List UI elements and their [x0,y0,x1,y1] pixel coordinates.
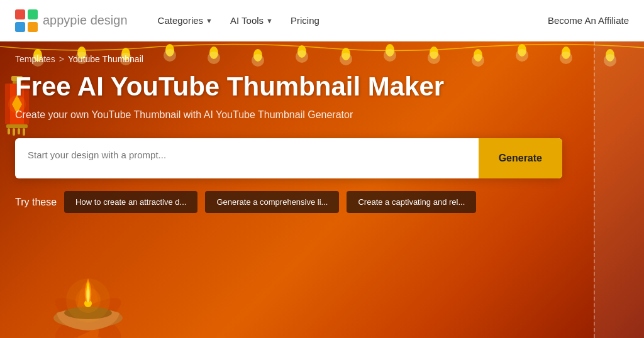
svg-rect-1 [28,9,38,19]
hero-subtitle: Create your own YouTube Thumbnail with A… [15,109,579,121]
nav-ai-tools[interactable]: AI Tools ▼ [230,15,273,26]
ai-tools-arrow-icon: ▼ [266,17,273,25]
nav-links: Categories ▼ AI Tools ▼ Pricing [158,15,319,26]
breadcrumb-separator: > [59,54,64,64]
svg-rect-0 [15,9,25,19]
svg-point-52 [66,278,110,322]
prompt-input[interactable] [15,138,479,178]
right-preview-panel [594,41,644,338]
hero-title: Free AI YouTube Thumbnail Maker [15,72,579,102]
svg-point-48 [53,308,123,328]
try-chip-2[interactable]: Create a captivating and rel... [347,191,476,213]
try-chip-1[interactable]: Generate a comprehensive li... [205,191,339,213]
breadcrumb-parent[interactable]: Templates [15,54,55,64]
search-bar: Generate [15,138,562,178]
try-chip-0[interactable]: How to create an attractive d... [64,191,197,213]
svg-point-44 [50,290,126,338]
hero-section: Templates > Youtube Thumbnail Free AI Yo… [0,41,644,338]
hero-content: Templates > Youtube Thumbnail Free AI Yo… [0,41,594,213]
nav-affiliate[interactable]: Become An Affiliate [548,15,629,26]
diya-icon [25,231,151,338]
nav-pricing[interactable]: Pricing [291,15,319,26]
logo[interactable]: appypie design [15,9,128,32]
svg-point-50 [84,300,92,307]
categories-arrow-icon: ▼ [206,17,213,25]
svg-rect-2 [15,22,25,32]
svg-point-45 [50,290,126,338]
nav-categories[interactable]: Categories ▼ [158,15,213,26]
generate-button[interactable]: Generate [479,138,562,178]
svg-point-51 [75,288,101,313]
breadcrumb-current: Youtube Thumbnail [68,54,143,64]
logo-text: appypie design [43,13,128,28]
try-these-label: Try these [15,197,57,208]
svg-point-47 [50,290,126,338]
svg-rect-3 [28,22,38,32]
try-these-row: Try these How to create an attractive d.… [15,191,579,213]
svg-point-49 [64,307,112,319]
logo-icon [15,9,38,32]
navbar: appypie design Categories ▼ AI Tools ▼ P… [0,0,644,41]
svg-point-46 [77,281,99,338]
breadcrumb: Templates > Youtube Thumbnail [15,54,579,64]
